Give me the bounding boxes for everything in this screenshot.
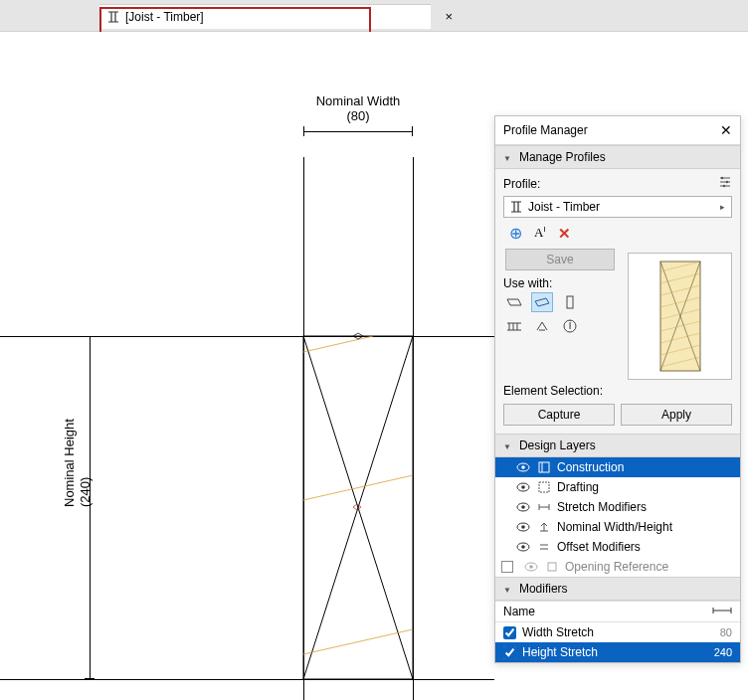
profile-preview (628, 253, 732, 380)
chevron-down-icon (503, 582, 515, 596)
layer-label: Nominal Width/Height (557, 520, 672, 534)
modifier-width-stretch[interactable]: Width Stretch 80 (495, 622, 740, 642)
svg-point-25 (521, 465, 525, 469)
svg-line-5 (303, 629, 413, 654)
close-panel-icon[interactable]: ✕ (720, 122, 732, 138)
height-value: (240) (78, 477, 93, 507)
design-layers-list: Construction Drafting Stretch Modifiers … (495, 457, 740, 577)
manage-profiles-header[interactable]: Manage Profiles (495, 145, 740, 169)
modifier-value: 240 (692, 646, 732, 658)
app-topbar: [Joist - Timber] × (0, 0, 748, 32)
railing-tool-icon[interactable] (503, 316, 525, 336)
height-label: Nominal Height (62, 419, 77, 507)
visibility-icon[interactable] (515, 522, 531, 532)
gridline-h-bottom (0, 679, 494, 680)
delete-profile-button[interactable]: ✕ (558, 225, 571, 243)
design-layers-label: Design Layers (519, 438, 596, 452)
visibility-icon[interactable] (523, 562, 539, 572)
svg-line-3 (303, 336, 373, 352)
svg-rect-39 (548, 563, 556, 571)
profile-manager-panel: Profile Manager ✕ Manage Profiles Profil… (494, 115, 741, 663)
wall-tool-icon[interactable] (503, 292, 525, 312)
height-dim-line (90, 336, 91, 679)
layer-nominal-wh[interactable]: Nominal Width/Height (495, 517, 740, 537)
ibeam-profile-icon (510, 201, 522, 213)
rename-profile-button[interactable]: AI (534, 225, 546, 241)
layer-construction[interactable]: Construction (495, 457, 740, 477)
layer-label: Offset Modifiers (557, 540, 641, 554)
width-tick-left (303, 126, 304, 136)
tab-label: [Joist - Timber] (125, 10, 423, 24)
layer-drafting[interactable]: Drafting (495, 477, 740, 497)
add-profile-button[interactable]: ⊕ (509, 224, 522, 243)
profile-geometry[interactable] (303, 336, 413, 679)
svg-rect-30 (539, 482, 549, 492)
profile-dropdown[interactable]: Joist - Timber ▸ (503, 196, 732, 218)
modifier-value: 80 (692, 626, 732, 638)
visibility-icon[interactable] (515, 482, 531, 492)
svg-text:i: i (569, 318, 572, 332)
close-icon[interactable]: × (445, 9, 453, 24)
svg-point-7 (726, 181, 728, 183)
panel-title: Profile Manager (503, 123, 720, 137)
modifiers-columns: Name (495, 601, 740, 622)
width-dimension: Nominal Width (80) (303, 93, 413, 123)
modifier-name-column: Name (503, 605, 712, 618)
manage-profiles-label: Manage Profiles (519, 150, 606, 164)
layer-label: Drafting (557, 480, 599, 494)
checkbox-unchecked[interactable] (501, 561, 513, 573)
column-tool-icon[interactable] (559, 292, 581, 312)
chevron-down-icon (503, 150, 515, 164)
panel-titlebar[interactable]: Profile Manager ✕ (495, 116, 740, 145)
layer-offset-modifiers[interactable]: Offset Modifiers (495, 537, 740, 557)
layer-opening-reference[interactable]: Opening Reference (495, 557, 740, 577)
drawing-canvas[interactable]: Nominal Width (80) Nominal Height (240) (0, 32, 494, 700)
visibility-icon[interactable] (515, 542, 531, 552)
svg-line-4 (303, 475, 413, 500)
svg-point-34 (521, 525, 525, 529)
modifier-checkbox[interactable] (503, 646, 516, 659)
beam-tool-icon[interactable] (531, 292, 553, 312)
element-selection-buttons: Capture Apply (495, 400, 740, 434)
chevron-down-icon (503, 438, 515, 452)
nominal-layer-icon (537, 521, 551, 533)
layer-stretch-modifiers[interactable]: Stretch Modifiers (495, 497, 740, 517)
modifier-height-stretch[interactable]: Height Stretch 240 (495, 642, 740, 662)
apply-button[interactable]: Apply (621, 404, 732, 426)
design-layers-header[interactable]: Design Layers (495, 434, 740, 457)
profile-selected: Joist - Timber (528, 200, 720, 214)
layer-label: Opening Reference (565, 560, 668, 574)
profile-settings-icon[interactable] (718, 175, 732, 192)
svg-point-29 (521, 485, 525, 489)
width-dim-line (303, 131, 413, 132)
visibility-icon[interactable] (515, 502, 531, 512)
width-tick-right (412, 126, 413, 136)
element-selection-label: Element Selection: (495, 380, 740, 400)
ibeam-profile-icon (107, 11, 119, 23)
document-tab[interactable]: [Joist - Timber] × (99, 4, 431, 29)
capture-button[interactable]: Capture (503, 404, 615, 426)
offset-layer-icon (537, 541, 551, 553)
svg-point-8 (723, 185, 725, 187)
height-dimension (78, 336, 94, 679)
opening-layer-icon (545, 561, 559, 573)
drafting-layer-icon (537, 481, 551, 493)
profile-label: Profile: (503, 177, 540, 191)
svg-rect-26 (539, 462, 549, 472)
object-tool-icon[interactable] (531, 316, 553, 336)
modifier-dim-icon (712, 605, 732, 618)
svg-point-32 (521, 505, 525, 509)
info-icon[interactable]: i (559, 316, 581, 336)
stretch-layer-icon (537, 501, 551, 513)
width-value: (80) (303, 108, 413, 123)
gridline-h-top (0, 336, 494, 337)
svg-point-36 (521, 545, 525, 549)
visibility-icon[interactable] (515, 462, 531, 472)
manage-profiles-body: Profile: Joist - Timber ▸ ⊕ AI ✕ Save (495, 169, 740, 380)
modifiers-label: Modifiers (519, 582, 568, 596)
chevron-right-icon: ▸ (720, 202, 725, 212)
width-label: Nominal Width (303, 93, 413, 108)
save-button[interactable]: Save (505, 249, 615, 270)
modifier-checkbox[interactable] (503, 626, 516, 639)
modifiers-header[interactable]: Modifiers (495, 577, 740, 601)
